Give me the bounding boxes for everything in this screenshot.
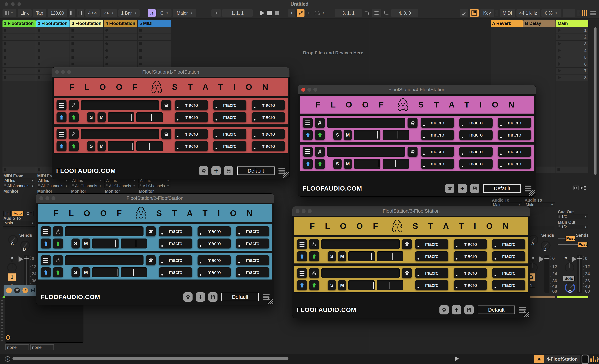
- macro-button[interactable]: macro: [252, 141, 285, 151]
- midi-source-button[interactable]: [69, 129, 79, 139]
- macro-button[interactable]: macro: [459, 130, 493, 140]
- home-blue-button[interactable]: [303, 130, 313, 140]
- home-blue-button[interactable]: [297, 251, 307, 261]
- monitor-in-button[interactable]: In: [3, 211, 11, 216]
- paw-button[interactable]: [402, 239, 412, 249]
- name-field[interactable]: [327, 147, 405, 157]
- macro-button[interactable]: macro: [159, 267, 192, 277]
- value-slider-1[interactable]: [108, 112, 134, 122]
- menu-button[interactable]: [41, 255, 51, 265]
- paw-button[interactable]: [161, 100, 171, 110]
- name-field[interactable]: [81, 100, 159, 110]
- solo-button[interactable]: S: [333, 130, 342, 140]
- mute-button[interactable]: M: [97, 141, 106, 151]
- plugin-window-titlebar[interactable]: FloofStation/4-FloofStation: [298, 85, 536, 94]
- add-preset-button[interactable]: +: [458, 184, 467, 193]
- device-fold-icon[interactable]: [14, 287, 20, 293]
- macro-button[interactable]: macro: [498, 130, 531, 140]
- value-slider-1[interactable]: [348, 280, 375, 290]
- menu-button[interactable]: [297, 239, 307, 249]
- save-preset-button[interactable]: [464, 305, 474, 314]
- plugin-param-ring[interactable]: [6, 335, 10, 340]
- macro-button[interactable]: macro: [252, 112, 285, 122]
- home-blue-button[interactable]: [41, 267, 51, 277]
- value-slider-2[interactable]: [136, 141, 163, 151]
- menu-button[interactable]: [41, 226, 51, 236]
- value-slider-2[interactable]: [121, 267, 147, 277]
- selected-track-up-button[interactable]: [534, 355, 544, 363]
- macro-button[interactable]: macro: [421, 159, 454, 169]
- monitor-off-button[interactable]: Off: [25, 211, 34, 216]
- paw-menu-button[interactable]: [445, 184, 454, 193]
- macro-button[interactable]: macro: [492, 280, 525, 290]
- macro-button[interactable]: macro: [236, 239, 269, 249]
- menu-button[interactable]: [303, 118, 313, 128]
- macro-button[interactable]: macro: [454, 251, 487, 261]
- name-field[interactable]: [327, 118, 405, 128]
- add-preset-button[interactable]: +: [196, 292, 205, 302]
- device-activator-icon[interactable]: [6, 287, 12, 293]
- macro-button[interactable]: macro: [459, 159, 493, 169]
- name-field[interactable]: [81, 129, 159, 139]
- macro-button[interactable]: macro: [175, 129, 208, 139]
- home-green-button[interactable]: [53, 239, 63, 249]
- home-green-button[interactable]: [69, 112, 79, 122]
- home-blue-button[interactable]: [56, 112, 67, 122]
- value-slider-2[interactable]: [377, 251, 403, 261]
- mute-button[interactable]: M: [344, 130, 352, 140]
- plugin-window-titlebar[interactable]: FloofStation/3-FloofStation: [292, 206, 530, 216]
- value-slider-2[interactable]: [136, 112, 163, 122]
- param-slot-2[interactable]: none: [30, 344, 54, 350]
- macro-button[interactable]: macro: [492, 239, 525, 249]
- value-slider-1[interactable]: [354, 159, 380, 169]
- audio-to-chooser[interactable]: Main: [3, 221, 35, 225]
- macro-button[interactable]: macro: [454, 239, 487, 249]
- resize-grip[interactable]: [267, 298, 273, 304]
- value-slider-1[interactable]: [348, 251, 375, 261]
- menu-button[interactable]: [56, 100, 67, 110]
- save-preset-button[interactable]: [224, 166, 233, 175]
- value-slider-1[interactable]: [92, 267, 119, 277]
- home-green-button[interactable]: [315, 130, 325, 140]
- paw-button[interactable]: [161, 129, 171, 139]
- macro-button[interactable]: macro: [198, 255, 231, 265]
- value-slider-2[interactable]: [383, 159, 409, 169]
- push-device-icon[interactable]: [581, 355, 589, 364]
- paw-menu-button[interactable]: [183, 292, 193, 302]
- resize-grip[interactable]: [523, 311, 529, 317]
- midi-source-button[interactable]: [315, 118, 325, 128]
- solo-button[interactable]: S: [328, 251, 336, 261]
- track1-pan-knob[interactable]: [7, 263, 17, 272]
- macro-button[interactable]: macro: [498, 147, 531, 157]
- macro-button[interactable]: macro: [421, 130, 454, 140]
- send-b-post-toggle[interactable]: Post: [578, 242, 588, 247]
- macro-button[interactable]: macro: [459, 118, 493, 128]
- value-slider-2[interactable]: [121, 239, 147, 249]
- macro-button[interactable]: macro: [415, 251, 448, 261]
- main-out-chooser[interactable]: 1/2: [557, 225, 588, 229]
- home-green-button[interactable]: [69, 141, 79, 151]
- macro-button[interactable]: macro: [454, 268, 487, 278]
- plugin-window-titlebar[interactable]: FloofStation/2-FloofStation: [36, 194, 274, 203]
- track1-number-button[interactable]: 1: [8, 273, 16, 281]
- preset-name-box[interactable]: Default: [478, 306, 515, 314]
- midi-source-button[interactable]: [309, 268, 319, 278]
- macro-button[interactable]: macro: [421, 147, 454, 157]
- macro-button[interactable]: macro: [175, 100, 208, 110]
- midi-source-button[interactable]: [309, 239, 319, 249]
- add-preset-button[interactable]: +: [452, 305, 461, 314]
- mute-button[interactable]: M: [97, 112, 106, 122]
- preset-name-box[interactable]: Default: [237, 167, 274, 175]
- solo-button[interactable]: S: [87, 141, 95, 151]
- mute-button[interactable]: M: [338, 280, 346, 290]
- macro-button[interactable]: macro: [415, 280, 448, 290]
- macro-button[interactable]: macro: [236, 226, 269, 236]
- solo-button[interactable]: S: [71, 267, 80, 277]
- returnB-activator[interactable]: [539, 256, 544, 262]
- main-pan-knob[interactable]: [565, 263, 574, 272]
- save-preset-button[interactable]: [470, 184, 479, 193]
- paw-menu-button[interactable]: [199, 166, 208, 175]
- main-fader[interactable]: [577, 255, 582, 293]
- macro-button[interactable]: macro: [159, 226, 192, 236]
- macro-button[interactable]: macro: [159, 239, 192, 249]
